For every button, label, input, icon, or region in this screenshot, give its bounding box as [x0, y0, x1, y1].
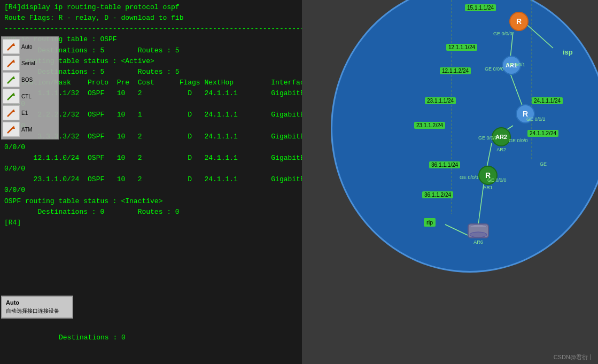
terminal-line-19: 0/0/0: [4, 164, 298, 174]
port-ge-right: GE: [540, 161, 547, 167]
terminal-line-3: ----------------------------------------…: [4, 24, 298, 34]
terminal-line-20: 23.1.1.0/24 OSPF 10 2 D 24.1.1.1 Gigabit…: [4, 174, 298, 185]
terminal-line-2: Route Flags: R - relay, D - download to …: [4, 13, 298, 24]
toolbar-row-atm[interactable]: ATM: [3, 122, 57, 137]
isp-label: isp: [563, 48, 573, 56]
rip-label: rip: [424, 218, 436, 227]
ip-label-24-2: 24.1.1.2/24: [527, 130, 558, 137]
svg-line-2: [7, 60, 14, 67]
port-ge-0-0-0-ar2: GE 0/0/0: [478, 135, 498, 141]
atm-tool-icon[interactable]: [3, 122, 20, 137]
popup-description: 自动选择接口连接设备: [6, 307, 68, 315]
toolbar-row-bos[interactable]: BOS: [3, 72, 57, 87]
bos-tool-icon[interactable]: [3, 72, 20, 87]
destinations-label: Destinations: [59, 334, 109, 342]
terminal-line-17: 0/0/0: [4, 142, 298, 153]
node-r-lower-label: AR1: [478, 185, 498, 190]
serial-tool-label: Serial: [21, 60, 35, 66]
toolbar-row-auto[interactable]: Auto: [3, 39, 57, 54]
bos-tool-label: BOS: [21, 77, 33, 83]
terminal-line-1: [R4]display ip routing-table protocol os…: [4, 2, 298, 13]
bottom-destinations: Destinations : 0: [59, 334, 126, 342]
ip-label-23-2: 23.1.1.2/24: [414, 122, 445, 129]
svg-line-6: [7, 94, 14, 100]
auto-popup: Auto 自动选择接口连接设备: [1, 296, 73, 319]
toolbar-row-e1[interactable]: E1: [3, 105, 57, 120]
node-ar2-label: AR2: [492, 147, 511, 152]
toolbar-row-ctl[interactable]: CTL: [3, 89, 57, 104]
svg-line-0: [7, 44, 14, 50]
svg-line-4: [7, 77, 14, 83]
auto-tool-icon[interactable]: [3, 39, 20, 54]
svg-line-17: [478, 184, 484, 224]
port-ge-0-0-2: GE 0/0/2: [526, 117, 546, 122]
ctl-tool-label: CTL: [21, 94, 32, 99]
terminal-line-18: 12.1.1.0/24 OSPF 10 2 D 24.1.1.1 Gigabit…: [4, 153, 298, 164]
serial-tool-icon[interactable]: [3, 56, 20, 71]
auto-tool-label: Auto: [21, 44, 33, 50]
ip-label-12-2: 12.1.1.2/24: [440, 67, 471, 74]
ip-label-23-1: 23.1.1.1/24: [425, 97, 456, 104]
ip-label-24-1: 24.1.1.1/24: [532, 97, 563, 104]
network-connections-svg: [302, 0, 598, 364]
port-ge-0-0-0-r-mid: GE 0/0/0: [509, 138, 528, 143]
port-ge-0-0-1-lower: GE 0/0/1: [460, 175, 479, 180]
svg-line-18: [445, 224, 468, 235]
terminal-line-21: 0/0/0: [4, 185, 298, 196]
watermark: CSDN@君衍丨: [554, 353, 594, 361]
destinations-value: 0: [121, 334, 126, 342]
ip-label-36-1: 36.1.1.1/24: [429, 161, 460, 168]
node-ar6-label: AR6: [468, 239, 489, 245]
diagram-panel: isp R AR1 R AR2 AR2 R AR1 rip AR6 15.1.1…: [302, 0, 598, 364]
terminal-line-26: [R4]: [4, 218, 298, 228]
ctl-tool-icon[interactable]: [3, 89, 20, 104]
ip-label-12-1: 12.1.1.1/24: [446, 44, 477, 51]
toolbar-overlay: Auto Serial BOS CTL E1 ATM: [1, 36, 59, 140]
terminal-line-23: OSPF routing table status : <Inactive>: [4, 196, 298, 207]
svg-point-23: [470, 232, 487, 237]
atm-tool-label: ATM: [21, 127, 32, 133]
node-r-top[interactable]: R: [509, 12, 529, 31]
port-ge-0-0-1: GE 0/0/1: [506, 62, 525, 67]
port-ge-0-0-0-lower: GE 0/0/0: [487, 177, 507, 183]
ip-label-36-2: 36.1.1.2/24: [422, 191, 453, 198]
e1-tool-icon[interactable]: [3, 105, 20, 120]
node-ar6-shape: [468, 223, 489, 238]
ip-label-15: 15.1.1.1/24: [465, 4, 496, 11]
node-r-top-circle: R: [509, 12, 529, 31]
terminal-line-24: Destinations : 0 Routes : 0: [4, 207, 298, 218]
popup-title: Auto: [6, 299, 68, 306]
svg-line-8: [7, 110, 14, 117]
node-ar6[interactable]: AR6: [468, 223, 489, 245]
e1-tool-label: E1: [21, 110, 28, 116]
svg-line-10: [7, 127, 14, 133]
port-ge-0-0-0-top: GE 0/0/0: [493, 31, 512, 36]
port-ge-0-0-0-ar1: GE 0/0/0: [485, 66, 504, 72]
toolbar-row-serial[interactable]: Serial: [3, 56, 57, 71]
